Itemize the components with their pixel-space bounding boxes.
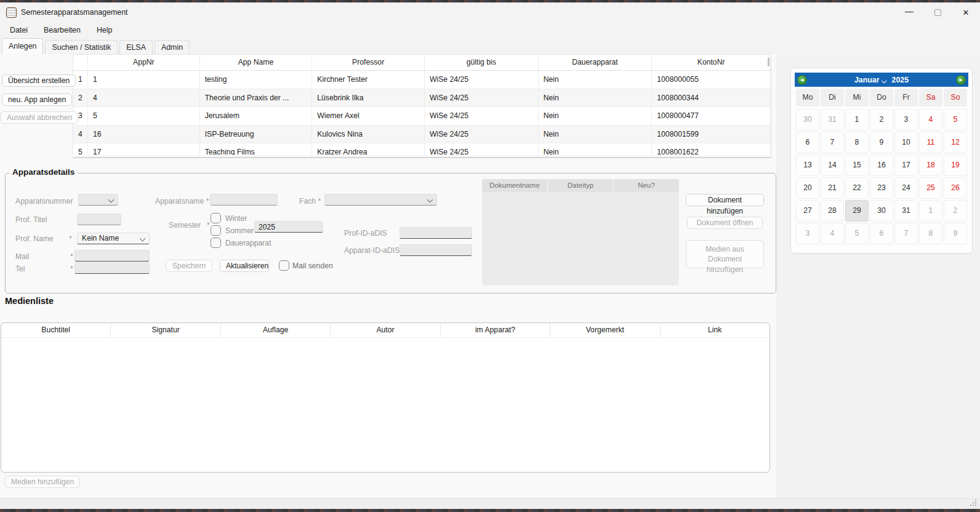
calendar-prev-button[interactable]: ◀ — [797, 75, 807, 85]
semester-year-field[interactable] — [254, 221, 323, 233]
menu-item-help[interactable]: Help — [89, 22, 120, 38]
sommer-radio[interactable] — [211, 225, 221, 236]
calendar-title[interactable]: Januar2025 — [854, 76, 909, 84]
media-col-link[interactable]: Link — [661, 323, 769, 337]
day-cell[interactable]: 25 — [919, 177, 942, 199]
day-cell[interactable]: 31 — [894, 200, 918, 222]
table-row[interactable]: 35JerusalemWiemer AxelWiSe 24/25Nein1008… — [73, 107, 771, 126]
day-cell[interactable]: 17 — [894, 154, 918, 176]
calendar-grid: 3031123456789101112131415161718192021222… — [796, 109, 967, 246]
calendar-next-button[interactable]: ▶ — [956, 75, 966, 85]
day-cell[interactable]: 6 — [796, 132, 819, 153]
media-col-auflage[interactable]: Auflage — [221, 323, 331, 337]
day-cell[interactable]: 4 — [821, 223, 844, 244]
vertical-scrollbar-thumb[interactable] — [768, 57, 769, 66]
tab-elsa[interactable]: ELSA — [119, 40, 153, 54]
day-cell[interactable]: 2 — [870, 109, 893, 130]
day-cell[interactable]: 2 — [944, 200, 967, 222]
day-cell[interactable]: 31 — [821, 109, 844, 130]
day-cell[interactable]: 7 — [894, 223, 918, 244]
day-cell[interactable]: 5 — [944, 109, 967, 130]
tel-field[interactable] — [74, 262, 150, 274]
fach-combobox[interactable] — [324, 194, 437, 206]
day-cell[interactable]: 13 — [796, 154, 819, 176]
winter-radio[interactable] — [211, 213, 221, 223]
day-cell[interactable]: 6 — [870, 223, 893, 244]
day-cell[interactable]: 8 — [845, 132, 869, 153]
col-header-professor[interactable]: Professor — [312, 55, 425, 70]
day-cell[interactable]: 9 — [870, 132, 893, 153]
day-cell[interactable]: 9 — [944, 223, 967, 244]
cell: WiSe 24/25 — [425, 89, 539, 107]
col-header-app-name[interactable]: App Name — [200, 55, 313, 70]
tab-suchen-statistik[interactable]: Suchen / Statistik — [45, 40, 118, 54]
day-cell[interactable]: 3 — [894, 109, 918, 130]
media-col-autor[interactable]: Autor — [331, 323, 440, 337]
tab-admin[interactable]: Admin — [155, 40, 190, 54]
dokument-hinzufuegen-button[interactable]: Dokument hinzufügen — [686, 194, 764, 206]
dauerapparat-radio[interactable] — [211, 238, 221, 248]
table-row[interactable]: 517Teaching FilmsKratzer AndreaWiSe 24/2… — [73, 143, 771, 155]
maximize-icon — [934, 9, 941, 16]
table-row[interactable]: 24Theorie und Praxis der ...Lüsebrink Il… — [73, 89, 771, 108]
media-col-buchtitel[interactable]: Buchtitel — [1, 323, 111, 337]
day-cell[interactable]: 27 — [796, 200, 819, 222]
resize-grip[interactable] — [970, 500, 977, 506]
minimize-button[interactable]: — — [895, 2, 923, 22]
fach-label: Fach * — [299, 197, 321, 206]
day-cell[interactable]: 1 — [845, 109, 869, 130]
day-cell[interactable]: 12 — [944, 132, 967, 153]
col-header-kontonr[interactable]: KontoNr — [652, 55, 771, 70]
col-header-appnr[interactable]: AppNr — [88, 55, 200, 70]
apparatsnummer-combobox[interactable] — [78, 194, 118, 206]
day-cell[interactable]: 16 — [870, 154, 893, 176]
uebersicht-erstellen-button[interactable]: Übersicht erstellen — [2, 74, 76, 87]
day-cell[interactable]: 30 — [870, 200, 893, 222]
neu-app-anlegen-button[interactable]: neu. App anlegen — [2, 94, 72, 106]
close-button[interactable]: ✕ — [952, 2, 980, 22]
apparat-id-adis-field[interactable] — [400, 244, 472, 256]
day-cell[interactable]: 26 — [944, 177, 967, 199]
col-header-dauerapparat[interactable]: Dauerapparat — [539, 55, 653, 70]
day-cell[interactable]: 10 — [894, 132, 918, 153]
day-cell[interactable]: 7 — [821, 132, 844, 153]
day-cell[interactable]: 23 — [870, 177, 893, 199]
day-cell[interactable]: 4 — [919, 109, 942, 130]
day-cell[interactable]: 5 — [845, 223, 869, 244]
table-row[interactable]: 416ISP-BetreuungKulovics NinaWiSe 24/25N… — [73, 126, 771, 144]
day-cell[interactable]: 1 — [919, 200, 942, 222]
day-cell[interactable]: 20 — [796, 177, 819, 199]
day-cell[interactable]: 18 — [919, 154, 942, 176]
table-row[interactable]: 11testingKirchner TesterWiSe 24/25Nein10… — [73, 71, 771, 89]
tab-anlegen[interactable]: Anlegen — [2, 38, 43, 54]
day-cell[interactable]: 24 — [894, 177, 918, 199]
dokument-oeffnen-button: Dokument öffnen — [687, 217, 763, 229]
day-cell[interactable]: 8 — [919, 223, 942, 244]
day-cell[interactable]: 22 — [845, 177, 869, 199]
day-cell[interactable]: 30 — [796, 109, 819, 130]
day-cell[interactable]: 19 — [944, 154, 967, 176]
apparatsname-label: Apparatsname * — [155, 197, 209, 206]
status-strip — [0, 498, 980, 509]
day-cell[interactable]: 21 — [821, 177, 844, 199]
menu-item-bearbeiten[interactable]: Bearbeiten — [36, 22, 89, 38]
day-cell[interactable]: 14 — [821, 154, 844, 176]
maximize-button[interactable] — [923, 2, 952, 22]
day-cell[interactable]: 15 — [845, 154, 869, 176]
media-col-signatur[interactable]: Signatur — [111, 323, 220, 337]
horizontal-scrollbar[interactable] — [73, 157, 771, 158]
menu-item-datei[interactable]: Datei — [2, 22, 36, 38]
prof-name-combobox[interactable]: Kein Name — [77, 233, 150, 244]
day-cell[interactable]: 28 — [821, 200, 844, 222]
media-col-vorgemerkt[interactable]: Vorgemerkt — [550, 323, 660, 337]
chevron-down-icon — [427, 197, 433, 203]
day-cell-selected[interactable]: 29 — [845, 200, 869, 222]
day-cell[interactable]: 3 — [796, 223, 819, 244]
aktualisieren-button[interactable]: Aktualisieren — [220, 260, 269, 272]
mail-field[interactable] — [74, 250, 150, 262]
media-col-im-apparat[interactable]: im Apparat? — [441, 323, 550, 337]
prof-id-adis-field[interactable] — [400, 227, 472, 239]
col-header-gueltig-bis[interactable]: gültig bis — [425, 55, 539, 70]
day-cell[interactable]: 11 — [919, 132, 942, 153]
mail-senden-checkbox[interactable] — [279, 260, 289, 271]
